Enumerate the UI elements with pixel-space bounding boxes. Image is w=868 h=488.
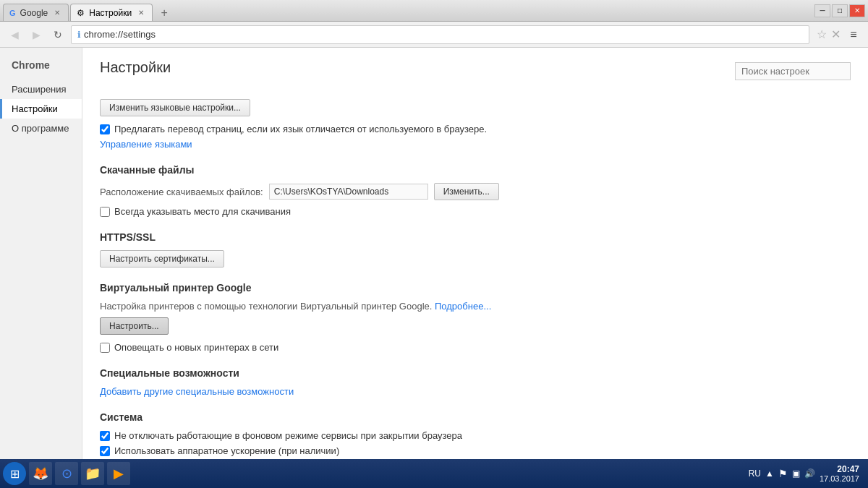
printer-title: Виртуальный принтер Google	[100, 282, 851, 294]
system-section: Система Не отключать работающие в фоново…	[100, 411, 851, 456]
address-bar-input-wrap[interactable]: ℹ chrome://settings	[71, 25, 809, 44]
back-button[interactable]: ◀	[6, 26, 23, 43]
chrome-menu-button[interactable]: ≡	[845, 26, 862, 43]
tab-google-label: Google	[20, 8, 48, 18]
accessibility-section: Специальные возможности Добавить другие …	[100, 367, 851, 397]
downloads-change-button[interactable]: Изменить...	[434, 183, 499, 200]
sidebar-item-settings[interactable]: Настройки	[0, 99, 82, 119]
tab-settings[interactable]: ⚙ Настройки ✕	[70, 4, 153, 21]
sidebar-brand: Chrome	[0, 56, 82, 80]
language-settings-button[interactable]: Изменить языковые настройки...	[100, 99, 250, 116]
refresh-button[interactable]: ↻	[49, 26, 67, 43]
accessibility-link[interactable]: Добавить другие специальные возможности	[100, 386, 294, 397]
tab-google-favicon: G	[9, 9, 16, 17]
printer-setup-button[interactable]: Настроить...	[100, 317, 169, 335]
sidebar: Chrome Расширения Настройки О программе	[0, 48, 82, 459]
system-title: Система	[100, 411, 851, 423]
translate-checkbox[interactable]	[100, 124, 110, 134]
address-bar: ◀ ▶ ↻ ℹ chrome://settings ☆ ✕ ≡	[0, 22, 868, 48]
https-title: HTTPS/SSL	[100, 231, 851, 243]
accessibility-title: Специальные возможности	[100, 367, 851, 379]
address-icon: ℹ	[77, 30, 81, 40]
search-input[interactable]	[735, 62, 851, 80]
background-services-label: Не отключать работающие в фоновом режиме…	[114, 430, 462, 441]
downloads-location-label: Расположение скачиваемых файлов:	[100, 187, 263, 197]
settings-content: Настройки Изменить языковые настройки...…	[82, 48, 868, 459]
tab-list: G Google ✕ ⚙ Настройки ✕ +	[3, 0, 809, 21]
close-tab-icon[interactable]: ✕	[831, 27, 841, 41]
downloads-title: Скачанные файлы	[100, 164, 851, 176]
tab-settings-label: Настройки	[89, 8, 132, 18]
always-ask-checkbox[interactable]	[100, 207, 110, 217]
printer-desc: Настройка принтеров с помощью технологии…	[100, 301, 432, 312]
printer-more-link[interactable]: Подробнее...	[435, 301, 491, 312]
page-title: Настройки	[100, 59, 171, 76]
downloads-section: Скачанные файлы Расположение скачиваемых…	[100, 164, 851, 217]
minimize-button[interactable]: ─	[814, 4, 830, 17]
tab-settings-close[interactable]: ✕	[136, 8, 146, 18]
printer-section: Виртуальный принтер Google Настройка при…	[100, 282, 851, 353]
main-layout: Chrome Расширения Настройки О программе …	[0, 48, 868, 459]
title-bar: G Google ✕ ⚙ Настройки ✕ + ─ □ ✕	[0, 0, 868, 22]
bookmark-star-icon[interactable]: ☆	[817, 27, 827, 41]
maximize-button[interactable]: □	[832, 4, 848, 17]
sidebar-item-extensions[interactable]: Расширения	[0, 80, 82, 99]
language-section: Изменить языковые настройки... Предлагат…	[100, 99, 851, 150]
hardware-acceleration-checkbox[interactable]	[100, 446, 110, 456]
window-controls: ─ □ ✕	[814, 4, 865, 17]
https-section: HTTPS/SSL Настроить сертификаты...	[100, 231, 851, 267]
background-services-checkbox[interactable]	[100, 431, 110, 441]
always-ask-label: Всегда указывать место для скачивания	[114, 206, 291, 217]
https-certs-button[interactable]: Настроить сертификаты...	[100, 250, 224, 267]
sidebar-item-about[interactable]: О программе	[0, 119, 82, 138]
tab-google[interactable]: G Google ✕	[3, 4, 69, 21]
manage-languages-link[interactable]: Управление языками	[100, 139, 192, 150]
translate-label: Предлагать перевод страниц, если их язык…	[114, 124, 487, 134]
printer-notify-checkbox[interactable]	[100, 343, 110, 353]
address-text: chrome://settings	[84, 29, 156, 40]
forward-button[interactable]: ▶	[27, 26, 45, 43]
tab-settings-favicon: ⚙	[77, 8, 85, 18]
printer-notify-label: Оповещать о новых принтерах в сети	[114, 342, 278, 353]
close-button[interactable]: ✕	[849, 4, 865, 17]
downloads-path-input[interactable]	[269, 184, 428, 200]
hardware-acceleration-label: Использовать аппаратное ускорение (при н…	[114, 445, 339, 456]
new-tab-button[interactable]: +	[154, 5, 174, 21]
tab-google-close[interactable]: ✕	[52, 8, 62, 18]
